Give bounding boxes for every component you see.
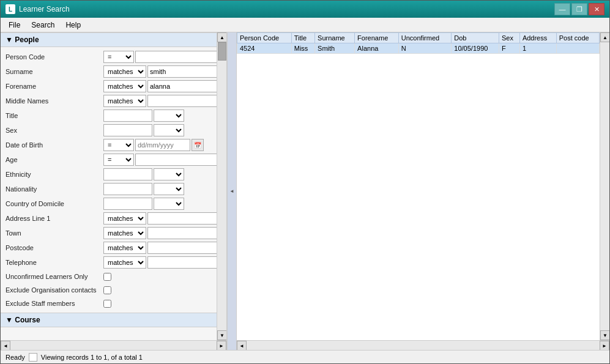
age-input[interactable] bbox=[135, 154, 217, 166]
cell-forename: Alanna bbox=[355, 43, 399, 54]
h-scroll-track bbox=[10, 341, 217, 350]
exclude-org-checkbox[interactable] bbox=[103, 286, 111, 294]
main-area: ▼ People Person Code = bbox=[1, 32, 609, 350]
cell-title: Miss bbox=[291, 43, 314, 54]
surname-input[interactable] bbox=[147, 65, 217, 78]
dob-row: Date of Birth = 📅 bbox=[1, 138, 217, 152]
town-input[interactable] bbox=[147, 227, 217, 239]
country-label: Country of Domicile bbox=[6, 200, 103, 207]
dob-controls: = 📅 bbox=[103, 139, 212, 151]
results-h-track bbox=[247, 341, 600, 350]
address1-input[interactable] bbox=[147, 212, 217, 225]
dob-operator[interactable]: = bbox=[103, 139, 134, 151]
nationality-text-input[interactable] bbox=[103, 183, 152, 195]
postcode-input[interactable] bbox=[147, 242, 217, 254]
scroll-down-button[interactable]: ▼ bbox=[217, 330, 226, 340]
title-text-input[interactable] bbox=[103, 110, 152, 122]
course-section-label: ▼ Course bbox=[6, 316, 40, 324]
ethnicity-dropdown[interactable] bbox=[154, 168, 184, 180]
surname-operator[interactable]: matches bbox=[103, 65, 146, 78]
left-panel-inner: ▼ People Person Code = bbox=[1, 32, 226, 340]
unconfirmed-row: Unconfirmed Learners Only bbox=[1, 270, 217, 283]
nationality-dropdown[interactable] bbox=[154, 183, 184, 195]
ethnicity-row: Ethnicity bbox=[1, 167, 217, 182]
person-code-label: Person Code bbox=[6, 53, 103, 61]
country-dropdown[interactable] bbox=[154, 198, 184, 210]
menu-search[interactable]: Search bbox=[26, 19, 60, 31]
country-row: Country of Domicile bbox=[1, 196, 217, 211]
surname-controls: matches bbox=[103, 65, 217, 78]
town-operator[interactable]: matches bbox=[103, 227, 146, 239]
results-scroll-right[interactable]: ► bbox=[600, 341, 609, 350]
menu-file[interactable]: File bbox=[3, 19, 26, 31]
left-content: ▼ People Person Code = bbox=[1, 32, 217, 340]
title-dropdown[interactable] bbox=[154, 110, 184, 122]
results-scroll-left[interactable]: ◄ bbox=[237, 341, 247, 350]
town-controls: matches bbox=[103, 227, 217, 239]
person-code-operator[interactable]: = bbox=[103, 51, 134, 63]
right-panel: Person Code Title Surname Forename Uncon… bbox=[237, 32, 609, 350]
exclude-staff-checkbox[interactable] bbox=[103, 300, 111, 308]
panel-divider[interactable]: ◄ bbox=[227, 32, 237, 350]
status-viewing: Viewing records 1 to 1, of a total 1 bbox=[41, 354, 143, 361]
cell-unconfirmed: N bbox=[398, 43, 452, 54]
middle-names-operator[interactable]: matches bbox=[103, 95, 146, 107]
dob-input[interactable] bbox=[135, 139, 190, 151]
close-button[interactable]: ✕ bbox=[589, 3, 604, 15]
telephone-operator[interactable]: matches bbox=[103, 256, 146, 269]
sex-controls bbox=[103, 124, 212, 136]
postcode-operator[interactable]: matches bbox=[103, 242, 146, 254]
table-row[interactable]: 4524 Miss Smith Alanna N 10/05/1990 F 1 bbox=[237, 43, 600, 54]
scroll-left-button[interactable]: ◄ bbox=[1, 341, 10, 350]
town-label: Town bbox=[6, 229, 103, 237]
results-scroll-down[interactable]: ▼ bbox=[600, 330, 609, 340]
title-row: Title bbox=[1, 108, 217, 123]
person-code-input[interactable] bbox=[135, 51, 217, 63]
left-scrollbar: ▲ ▼ bbox=[217, 32, 226, 340]
col-sex: Sex bbox=[499, 33, 519, 43]
col-unconfirmed: Unconfirmed bbox=[398, 33, 452, 43]
col-forename: Forename bbox=[355, 33, 399, 43]
minimize-button[interactable]: — bbox=[554, 3, 570, 15]
results-table: Person Code Title Surname Forename Uncon… bbox=[237, 32, 600, 54]
people-section-header[interactable]: ▼ People bbox=[1, 32, 217, 47]
title-controls bbox=[103, 110, 212, 122]
cell-dob: 10/05/1990 bbox=[452, 43, 499, 54]
table-header-row: Person Code Title Surname Forename Uncon… bbox=[237, 33, 600, 43]
sex-text-input[interactable] bbox=[103, 124, 152, 136]
middle-names-input[interactable] bbox=[147, 95, 217, 107]
col-person-code: Person Code bbox=[237, 33, 292, 43]
people-section-label: ▼ People bbox=[6, 35, 39, 44]
middle-names-label: Middle Names bbox=[6, 97, 103, 105]
town-row: Town matches bbox=[1, 226, 217, 240]
scroll-right-button[interactable]: ► bbox=[217, 341, 226, 350]
middle-names-controls: matches bbox=[103, 95, 217, 107]
cell-postcode bbox=[556, 43, 599, 54]
address1-row: Address Line 1 matches bbox=[1, 211, 217, 226]
dob-calendar-button[interactable]: 📅 bbox=[192, 139, 204, 151]
course-section-header[interactable]: ▼ Course bbox=[1, 313, 217, 327]
results-scroll-up[interactable]: ▲ bbox=[600, 32, 609, 42]
ethnicity-text-input[interactable] bbox=[103, 168, 152, 180]
unconfirmed-checkbox[interactable] bbox=[103, 273, 111, 281]
forename-input[interactable] bbox=[147, 80, 217, 92]
telephone-input[interactable] bbox=[147, 256, 217, 269]
col-surname: Surname bbox=[315, 33, 355, 43]
country-text-input[interactable] bbox=[103, 198, 152, 210]
col-postcode: Post code bbox=[556, 33, 599, 43]
maximize-button[interactable]: ❐ bbox=[571, 3, 587, 15]
sex-dropdown[interactable] bbox=[154, 124, 184, 136]
postcode-controls: matches bbox=[103, 242, 217, 254]
title-label: Title bbox=[6, 112, 103, 119]
surname-row: Surname matches bbox=[1, 64, 217, 79]
ethnicity-label: Ethnicity bbox=[6, 171, 103, 178]
menu-help[interactable]: Help bbox=[60, 19, 86, 31]
results-h-scrollbar: ◄ ► bbox=[237, 340, 609, 350]
col-dob: Dob bbox=[452, 33, 499, 43]
forename-operator[interactable]: matches bbox=[103, 80, 146, 92]
scroll-up-button[interactable]: ▲ bbox=[217, 32, 226, 42]
address1-operator[interactable]: matches bbox=[103, 212, 146, 225]
age-operator[interactable]: = bbox=[103, 154, 134, 166]
cell-sex: F bbox=[499, 43, 519, 54]
status-bar: Ready Viewing records 1 to 1, of a total… bbox=[1, 350, 609, 363]
